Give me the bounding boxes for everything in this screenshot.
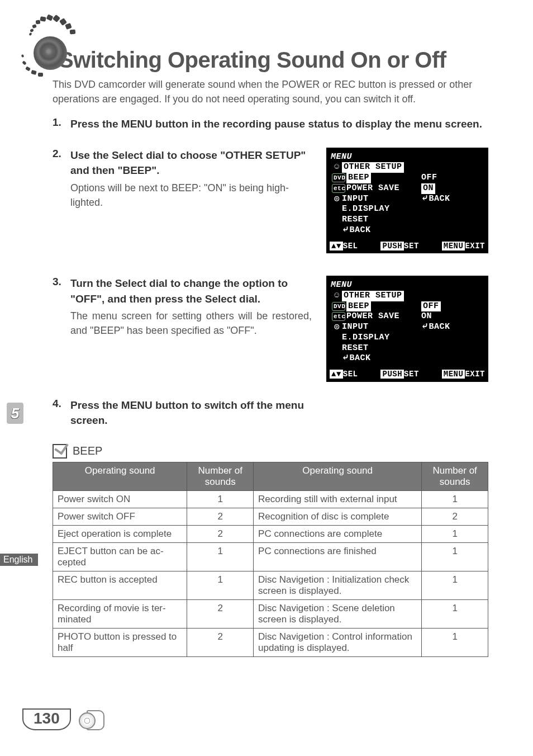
table-row: Power switch OFF2 Recognition of disc is… xyxy=(53,508,488,525)
lcd-item: BEEP xyxy=(346,301,371,312)
lcd-footer: ▲▼SEL PUSHSET MENUEXIT xyxy=(330,242,485,252)
step-command: Press the MENU button to switch off the … xyxy=(70,398,311,428)
step-command: Turn the Select dial to change the optio… xyxy=(70,276,312,306)
step-2: Use the Select dial to choose "OTHER SET… xyxy=(53,148,488,254)
table-row: PHOTO button is pressed to half2 Disc Na… xyxy=(53,628,488,656)
table-row: Eject operation is complete2 PC connecti… xyxy=(53,525,488,542)
disc-icon xyxy=(79,709,104,730)
language-tab: English xyxy=(0,554,38,566)
lcd-item: E.DISPLAY xyxy=(342,204,390,214)
table-header: Number of sounds xyxy=(422,462,488,490)
lcd-screenshot: MENU ☺OTHER SETUP DVDBEEPOFF etcPOWER SA… xyxy=(326,148,488,254)
step-4: Press the MENU button to switch off the … xyxy=(53,398,488,428)
beep-table: Operating sound Number of sounds Operati… xyxy=(53,462,488,657)
lcd-item: OTHER SETUP xyxy=(342,162,404,173)
lcd-item: OFF xyxy=(421,301,441,312)
lcd-item: ON xyxy=(421,183,435,194)
lcd-item: OTHER SETUP xyxy=(342,291,404,301)
lcd-item: ⤶BACK xyxy=(342,225,371,235)
lcd-footer: ▲▼SEL PUSHSET MENUEXIT xyxy=(330,370,485,380)
lcd-item: RESET xyxy=(342,215,369,224)
step-command: Use the Select dial to choose "OTHER SET… xyxy=(70,148,312,178)
checkbox-icon xyxy=(53,444,67,459)
step-3: Turn the Select dial to change the optio… xyxy=(53,276,488,382)
table-row: Power switch ON1 Recording still with ex… xyxy=(53,490,488,508)
table-row: REC button is accepted1 Disc Navigetion … xyxy=(53,571,488,599)
lcd-item: E.DISPLAY xyxy=(342,333,390,342)
step-command: Press the MENU button in the recording p… xyxy=(70,116,488,132)
table-row: EJECT button can be ac­cepted1 PC connec… xyxy=(53,542,488,571)
page-number: 130 xyxy=(22,708,71,730)
table-header: Operating sound xyxy=(53,462,187,490)
step-description: The menu screen for setting others will … xyxy=(70,309,312,338)
lcd-item: ⤶BACK xyxy=(342,353,371,363)
step-1: Press the MENU button in the recording p… xyxy=(53,116,488,132)
page-title: Switching Operating Sound On or Off xyxy=(59,48,488,73)
lcd-item: INPUT xyxy=(342,322,369,332)
table-header: Operating sound xyxy=(254,462,422,490)
beep-heading-text: BEEP xyxy=(73,445,102,457)
lcd-item: ⤶BACK xyxy=(421,322,450,332)
lcd-item: RESET xyxy=(342,343,369,353)
table-header: Number of sounds xyxy=(187,462,254,490)
step-description: Options will be next to BEEP: "ON" is be… xyxy=(70,181,312,210)
lcd-item: POWER SAVE xyxy=(346,311,399,321)
lcd-item: OFF xyxy=(421,173,437,182)
table-row: Recording of movie is ter­minated2 Disc … xyxy=(53,599,488,628)
intro-text: This DVD camcorder will generate sound w… xyxy=(53,77,488,106)
lcd-item: ⤶BACK xyxy=(421,194,450,204)
lcd-item: ON xyxy=(421,311,432,321)
beep-heading: BEEP xyxy=(53,444,488,459)
swirl-dots-icon xyxy=(22,17,78,73)
lcd-item: POWER SAVE xyxy=(346,183,399,193)
lcd-screenshot: MENU ☺OTHER SETUP DVDBEEPOFF etcPOWER SA… xyxy=(326,276,488,382)
lcd-header: MENU xyxy=(331,152,485,163)
lcd-item: INPUT xyxy=(342,194,369,204)
page-footer: 130 xyxy=(22,708,104,730)
section-number-badge: 5 xyxy=(7,403,23,424)
lcd-header: MENU xyxy=(331,280,485,291)
lcd-item: BEEP xyxy=(346,173,371,183)
